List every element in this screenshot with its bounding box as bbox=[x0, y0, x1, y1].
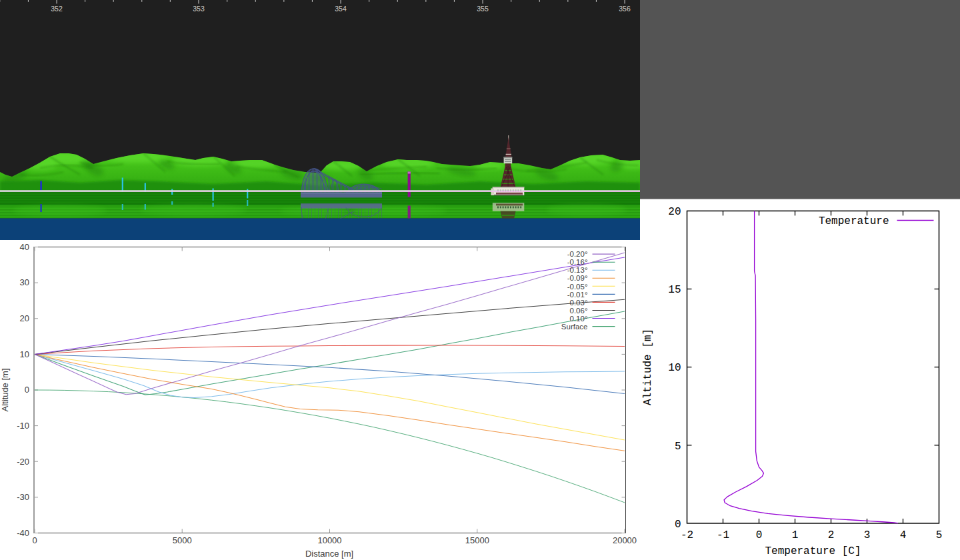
svg-text:5: 5 bbox=[675, 441, 681, 453]
svg-text:Distance [m]: Distance [m] bbox=[305, 549, 353, 559]
svg-text:15000: 15000 bbox=[465, 535, 489, 545]
svg-text:0.10°: 0.10° bbox=[570, 315, 588, 323]
svg-text:0: 0 bbox=[32, 535, 37, 545]
svg-text:356: 356 bbox=[619, 5, 631, 13]
svg-text:20: 20 bbox=[668, 206, 681, 218]
svg-text:-0.09°: -0.09° bbox=[567, 274, 588, 282]
svg-text:-10: -10 bbox=[17, 421, 29, 431]
svg-text:0: 0 bbox=[675, 519, 681, 531]
svg-text:40: 40 bbox=[20, 242, 29, 252]
svg-text:-0.13°: -0.13° bbox=[567, 266, 588, 274]
svg-text:0.06°: 0.06° bbox=[570, 307, 588, 315]
svg-text:-0.05°: -0.05° bbox=[567, 283, 588, 291]
svg-text:-0.16°: -0.16° bbox=[567, 258, 588, 266]
svg-text:4: 4 bbox=[900, 529, 907, 541]
svg-text:353: 353 bbox=[193, 5, 205, 13]
svg-text:Altitude [m]: Altitude [m] bbox=[642, 329, 654, 405]
svg-text:-0.20°: -0.20° bbox=[567, 250, 588, 258]
svg-text:Altitude [m]: Altitude [m] bbox=[0, 368, 10, 411]
svg-text:0: 0 bbox=[25, 385, 29, 395]
svg-text:10000: 10000 bbox=[317, 535, 341, 545]
svg-text:-40: -40 bbox=[17, 528, 29, 538]
svg-text:354: 354 bbox=[335, 5, 347, 13]
svg-text:Temperature [C]: Temperature [C] bbox=[765, 545, 861, 557]
svg-text:Surface: Surface bbox=[561, 323, 588, 331]
svg-text:0.03°: 0.03° bbox=[570, 299, 588, 307]
svg-text:355: 355 bbox=[477, 5, 489, 13]
svg-text:15: 15 bbox=[668, 284, 681, 296]
svg-text:-1: -1 bbox=[717, 529, 729, 541]
svg-text:352: 352 bbox=[51, 5, 63, 13]
svg-text:1: 1 bbox=[792, 529, 799, 541]
svg-text:20: 20 bbox=[20, 313, 29, 323]
svg-text:10: 10 bbox=[668, 362, 681, 374]
svg-text:-30: -30 bbox=[17, 492, 29, 502]
svg-text:5000: 5000 bbox=[173, 535, 192, 545]
svg-text:20000: 20000 bbox=[613, 535, 637, 545]
svg-text:10: 10 bbox=[20, 349, 29, 359]
svg-text:30: 30 bbox=[20, 277, 29, 287]
svg-text:-0.01°: -0.01° bbox=[567, 291, 588, 299]
svg-text:Temperature: Temperature bbox=[819, 215, 889, 227]
svg-text:5: 5 bbox=[936, 529, 943, 541]
svg-text:-20: -20 bbox=[17, 457, 29, 467]
svg-text:2: 2 bbox=[828, 529, 835, 541]
svg-text:0: 0 bbox=[756, 529, 763, 541]
svg-text:3: 3 bbox=[864, 529, 871, 541]
svg-text:-2: -2 bbox=[681, 529, 693, 541]
